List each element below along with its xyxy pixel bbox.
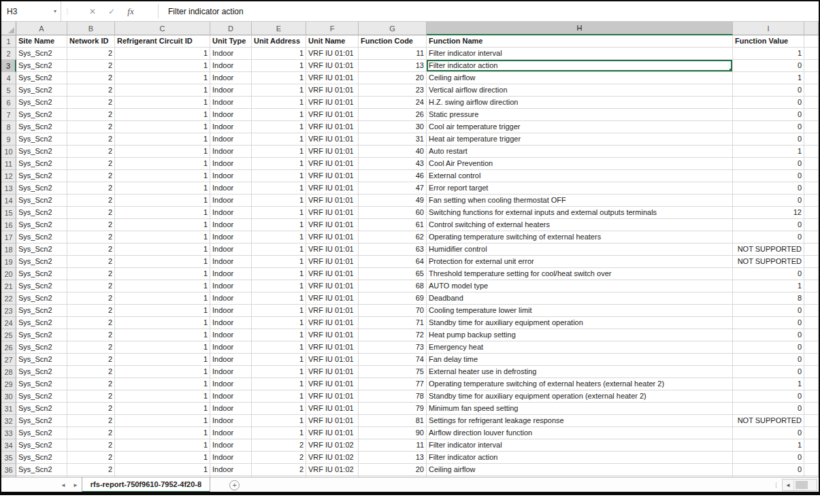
cell-C31[interactable]: 1 (115, 403, 210, 415)
cell-A31[interactable]: Sys_Scn2 (16, 403, 67, 415)
cell-J27[interactable] (804, 354, 819, 366)
insert-function-icon[interactable]: fx (121, 1, 140, 21)
cell-C32[interactable]: 1 (115, 415, 210, 427)
cell-F13[interactable]: VRF IU 01:01 (306, 182, 359, 195)
cell-A32[interactable]: Sys_Scn2 (16, 415, 67, 427)
cell-E14[interactable]: 1 (252, 195, 306, 207)
row-header-34[interactable]: 34 (1, 439, 16, 452)
row-header-15[interactable]: 15 (1, 207, 16, 219)
cell-I9[interactable]: 0 (733, 133, 804, 146)
cell-B27[interactable]: 2 (67, 354, 115, 366)
cell-A18[interactable]: Sys_Scn2 (16, 243, 67, 256)
cell-B28[interactable]: 2 (67, 366, 115, 378)
scroll-left-icon[interactable]: ◄ (783, 480, 794, 490)
cell-I18[interactable]: NOT SUPPORTED (733, 243, 804, 256)
add-sheet-button[interactable]: + (229, 477, 240, 492)
cell-A37[interactable]: Sys_Scn2 (16, 476, 67, 477)
cell-C35[interactable]: 1 (115, 452, 210, 464)
cell-I12[interactable]: 0 (733, 170, 804, 182)
row-header-8[interactable]: 8 (1, 121, 16, 133)
cell-H12[interactable]: External control (427, 170, 733, 182)
cell-I17[interactable]: 0 (733, 231, 804, 243)
column-header-B[interactable]: B (67, 22, 115, 35)
cell-F15[interactable]: VRF IU 01:01 (306, 207, 359, 219)
cell-I34[interactable]: 1 (733, 439, 804, 452)
cell-C33[interactable]: 1 (115, 427, 210, 439)
cell-E32[interactable]: 1 (252, 415, 306, 427)
cell-G11[interactable]: 43 (359, 158, 427, 170)
cell-J26[interactable] (804, 341, 819, 354)
cell-B29[interactable]: 2 (67, 378, 115, 390)
cell-A26[interactable]: Sys_Scn2 (16, 341, 67, 354)
cell-F26[interactable]: VRF IU 01:01 (306, 341, 359, 354)
cell-C25[interactable]: 1 (115, 329, 210, 341)
row-header-11[interactable]: 11 (1, 158, 16, 170)
row-header-19[interactable]: 19 (1, 256, 16, 268)
cell-J11[interactable] (804, 158, 819, 170)
row-header-16[interactable]: 16 (1, 219, 16, 231)
cell-G8[interactable]: 30 (359, 121, 427, 133)
cell-B8[interactable]: 2 (67, 121, 115, 133)
cell-D17[interactable]: Indoor (210, 231, 252, 243)
cell-H19[interactable]: Protection for external unit error (427, 256, 733, 268)
cell-F19[interactable]: VRF IU 01:01 (306, 256, 359, 268)
column-header-G[interactable]: G (359, 22, 427, 35)
cell-H10[interactable]: Auto restart (427, 146, 733, 158)
cell-B37[interactable]: 2 (67, 476, 115, 477)
cell-D20[interactable]: Indoor (210, 268, 252, 280)
cell-G34[interactable]: 11 (359, 439, 427, 452)
cell-I28[interactable]: 0 (733, 366, 804, 378)
cell-E12[interactable]: 1 (252, 170, 306, 182)
cell-G29[interactable]: 77 (359, 378, 427, 390)
cell-J4[interactable] (804, 72, 819, 84)
cell-A28[interactable]: Sys_Scn2 (16, 366, 67, 378)
cell-J24[interactable] (804, 317, 819, 329)
row-header-35[interactable]: 35 (1, 452, 16, 464)
cell-A14[interactable]: Sys_Scn2 (16, 195, 67, 207)
row-header-21[interactable]: 21 (1, 280, 16, 292)
cell-A30[interactable]: Sys_Scn2 (16, 390, 67, 403)
cell-J36[interactable] (804, 464, 819, 476)
cell-G12[interactable]: 46 (359, 170, 427, 182)
cell-F24[interactable]: VRF IU 01:01 (306, 317, 359, 329)
cell-D11[interactable]: Indoor (210, 158, 252, 170)
cell-B15[interactable]: 2 (67, 207, 115, 219)
cell-A29[interactable]: Sys_Scn2 (16, 378, 67, 390)
cell-E5[interactable]: 1 (252, 84, 306, 97)
cell-C26[interactable]: 1 (115, 341, 210, 354)
cell-B2[interactable]: 2 (67, 48, 115, 60)
cell-B10[interactable]: 2 (67, 146, 115, 158)
cell-F1[interactable]: Unit Name (306, 35, 359, 48)
name-box[interactable]: H3 ▾ (1, 1, 61, 21)
cell-D27[interactable]: Indoor (210, 354, 252, 366)
cell-I4[interactable]: 1 (733, 72, 804, 84)
cell-C29[interactable]: 1 (115, 378, 210, 390)
cell-E10[interactable]: 1 (252, 146, 306, 158)
cell-H14[interactable]: Fan setting when cooling thermostat OFF (427, 195, 733, 207)
cell-G14[interactable]: 49 (359, 195, 427, 207)
cell-G23[interactable]: 70 (359, 305, 427, 317)
cell-C7[interactable]: 1 (115, 109, 210, 121)
cell-B32[interactable]: 2 (67, 415, 115, 427)
cell-C14[interactable]: 1 (115, 195, 210, 207)
cell-A19[interactable]: Sys_Scn2 (16, 256, 67, 268)
cell-F21[interactable]: VRF IU 01:01 (306, 280, 359, 292)
cell-A1[interactable]: Site Name (16, 35, 67, 48)
cell-J17[interactable] (804, 231, 819, 243)
cell-D15[interactable]: Indoor (210, 207, 252, 219)
cell-I21[interactable]: 1 (733, 280, 804, 292)
cell-G21[interactable]: 68 (359, 280, 427, 292)
cell-H33[interactable]: Airflow direction louver function (427, 427, 733, 439)
cell-D21[interactable]: Indoor (210, 280, 252, 292)
row-header-7[interactable]: 7 (1, 109, 16, 121)
column-header-E[interactable]: E (252, 22, 306, 35)
cell-D32[interactable]: Indoor (210, 415, 252, 427)
cell-G17[interactable]: 62 (359, 231, 427, 243)
cell-I5[interactable]: 0 (733, 84, 804, 97)
cell-J20[interactable] (804, 268, 819, 280)
cell-H1[interactable]: Function Name (427, 35, 733, 48)
cell-I20[interactable]: 0 (733, 268, 804, 280)
cell-G20[interactable]: 65 (359, 268, 427, 280)
cell-F27[interactable]: VRF IU 01:01 (306, 354, 359, 366)
select-all-corner[interactable] (1, 22, 16, 35)
